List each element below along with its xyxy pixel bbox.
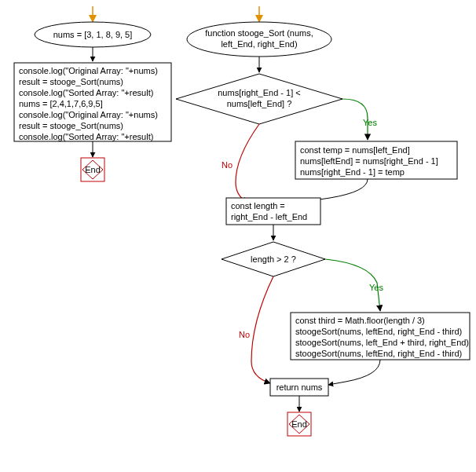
right-end-label: End bbox=[291, 419, 307, 429]
length-line: const length = bbox=[231, 201, 285, 210]
left-code-line: nums = [2,4,1,7,6,9,5] bbox=[19, 99, 103, 108]
diamond2-text: length > 2 ? bbox=[251, 254, 296, 264]
return-box: return nums bbox=[270, 379, 328, 396]
flowchart-svg: nums = [3, 1, 8, 9, 5] console.log("Orig… bbox=[0, 0, 476, 472]
swap-line: nums[leftEnd] = nums[right_End - 1] bbox=[300, 156, 438, 166]
diamond2-no-label: No bbox=[239, 330, 250, 339]
left-code-line: result = stooge_Sort(nums) bbox=[19, 121, 123, 130]
recurse-line: stoogeSort(nums, left_End + third, right… bbox=[295, 338, 469, 347]
func-oval-line: function stooge_Sort (nums, bbox=[205, 28, 313, 38]
diamond-1: nums[right_End - 1] < nums[left_End] ? bbox=[176, 74, 342, 124]
recurse-line: const third = Math.floor(length / 3) bbox=[295, 316, 425, 325]
recurse-line: stoogeSort(nums, leftEnd, right_End - th… bbox=[295, 349, 462, 358]
diamond1-yes-label: Yes bbox=[363, 118, 377, 127]
diamond2-yes-label: Yes bbox=[369, 283, 383, 292]
diamond1-no-label: No bbox=[222, 160, 233, 170]
left-code-line: console.log("Original Array: "+nums) bbox=[19, 110, 158, 119]
right-end-node: End bbox=[287, 412, 311, 436]
left-code-line: console.log("Sorted Array: "+result) bbox=[19, 132, 153, 141]
recurse-box: const third = Math.floor(length / 3) sto… bbox=[291, 313, 470, 360]
left-code-line: console.log("Original Array: "+nums) bbox=[19, 66, 158, 75]
swap-line: nums[right_End - 1] = temp bbox=[300, 167, 405, 177]
left-code-box: console.log("Original Array: "+nums) res… bbox=[14, 63, 171, 141]
left-code-line: result = stooge_Sort(nums) bbox=[19, 77, 123, 86]
swap-box: const temp = nums[left_End] nums[leftEnd… bbox=[295, 141, 457, 179]
diamond-2: length > 2 ? bbox=[222, 242, 325, 276]
left-oval-text: nums = [3, 1, 8, 9, 5] bbox=[53, 30, 133, 39]
recurse-to-return-edge bbox=[328, 360, 380, 385]
length-box: const length = right_End - left_End bbox=[226, 198, 320, 225]
diamond1-line: nums[right_End - 1] < bbox=[218, 88, 300, 97]
diamond2-no-edge bbox=[251, 276, 273, 383]
left-code-line: console.log("Sorted Array: "+result) bbox=[19, 88, 153, 97]
length-line: right_End - left_End bbox=[231, 212, 307, 221]
return-text: return nums bbox=[276, 382, 323, 392]
left-end-node: End bbox=[81, 158, 104, 181]
func-oval: function stooge_Sort (nums, left_End, ri… bbox=[187, 22, 331, 57]
swap-line: const temp = nums[left_End] bbox=[300, 145, 410, 155]
left-end-label: End bbox=[85, 165, 101, 174]
func-oval-line: left_End, right_End) bbox=[221, 39, 297, 49]
left-start-oval: nums = [3, 1, 8, 9, 5] bbox=[35, 22, 151, 47]
diamond1-line: nums[left_End] ? bbox=[227, 99, 292, 108]
recurse-line: stoogeSort(nums, leftEnd, right_End - th… bbox=[295, 327, 462, 336]
diamond1-no-edge bbox=[236, 124, 259, 203]
